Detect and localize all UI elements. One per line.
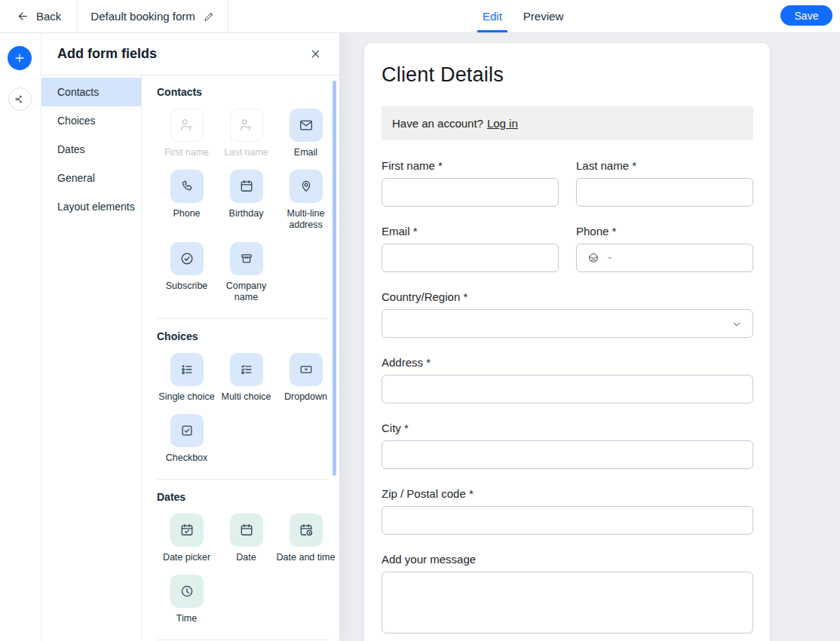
field-type-birthday[interactable]: Birthday xyxy=(216,170,276,231)
tile-subscribe xyxy=(170,242,204,275)
radio-list-icon xyxy=(179,361,195,378)
field-type-date-and-time[interactable]: Date and time xyxy=(276,514,336,563)
tile-label-company-name: Company name xyxy=(216,281,276,303)
tile-multi-line-address xyxy=(290,170,323,203)
field-type-phone[interactable]: Phone xyxy=(157,170,216,231)
person-text-icon xyxy=(238,117,255,133)
sidebar-item-choices[interactable]: Choices xyxy=(41,106,141,135)
sidebar-item-contacts[interactable]: Contacts xyxy=(41,78,141,106)
tile-multi-choice xyxy=(230,353,263,386)
person-text-icon xyxy=(179,117,195,133)
tile-label-birthday: Birthday xyxy=(229,208,264,219)
field-type-multi-line-address[interactable]: Multi-line address xyxy=(276,170,336,231)
field-type-single-choice[interactable]: Single choice xyxy=(157,353,216,403)
first-name-input[interactable] xyxy=(382,178,559,207)
sidebar-item-general[interactable]: General xyxy=(41,164,141,192)
field-type-subscribe[interactable]: Subscribe xyxy=(157,242,216,303)
tile-label-phone: Phone xyxy=(173,208,200,219)
banner-text: Have an account? xyxy=(392,117,483,130)
address-label: Address * xyxy=(382,357,753,368)
address-input[interactable] xyxy=(382,375,753,403)
tab-edit[interactable]: Edit xyxy=(476,0,509,32)
save-button[interactable]: Save xyxy=(780,5,832,26)
close-panel-button[interactable] xyxy=(306,44,325,63)
share-icon xyxy=(14,93,26,106)
tile-first-name xyxy=(170,109,204,142)
check-circle-icon xyxy=(179,250,195,267)
form-title: Client Details xyxy=(382,64,753,85)
first-name-label: First name * xyxy=(382,160,559,171)
last-name-label: Last name * xyxy=(576,160,753,171)
tile-date-and-time xyxy=(290,514,323,547)
top-bar: Back Default booking form EditPreview Sa… xyxy=(0,0,840,33)
field-city: City * xyxy=(382,422,753,469)
field-type-checkbox[interactable]: Checkbox xyxy=(157,414,216,464)
tile-label-date-picker: Date picker xyxy=(163,552,210,563)
tile-label-checkbox: Checkbox xyxy=(166,452,208,464)
section-title-choices: Choices xyxy=(157,330,329,342)
add-button[interactable] xyxy=(8,46,32,70)
check-list-icon xyxy=(238,361,255,378)
field-type-first-name: First name xyxy=(157,109,216,158)
section-title-dates: Dates xyxy=(157,491,329,503)
field-type-dropdown[interactable]: Dropdown xyxy=(276,353,336,403)
sidebar-item-layout-elements[interactable]: Layout elements xyxy=(41,192,141,221)
field-last-name: Last name * xyxy=(576,160,753,207)
checkbox-icon xyxy=(179,422,195,439)
phone-input[interactable] xyxy=(576,244,753,272)
tile-last-name xyxy=(230,109,263,142)
email-input[interactable] xyxy=(382,244,559,272)
back-button[interactable]: Back xyxy=(0,0,77,32)
tile-label-date: Date xyxy=(236,552,256,563)
field-type-date[interactable]: Date xyxy=(216,514,276,563)
map-pin-icon xyxy=(298,178,314,195)
tile-label-email: Email xyxy=(294,147,317,158)
field-type-date-picker[interactable]: Date picker xyxy=(157,514,216,563)
message-textarea[interactable] xyxy=(382,572,753,633)
tile-date-picker xyxy=(170,514,204,547)
briefcase-icon xyxy=(238,250,255,267)
form-card[interactable]: Client Details Have an account? Log in F… xyxy=(364,43,770,641)
city-input[interactable] xyxy=(382,440,753,469)
field-type-multi-choice[interactable]: Multi choice xyxy=(216,353,276,403)
section-divider xyxy=(157,479,329,480)
form-name-button[interactable]: Default booking form xyxy=(78,0,227,32)
login-banner: Have an account? Log in xyxy=(382,106,753,140)
message-label: Add your message xyxy=(382,554,753,565)
section-grid-contacts: First nameLast nameEmailPhoneBirthdayMul… xyxy=(157,109,329,303)
tile-single-choice xyxy=(170,353,204,386)
log-in-link[interactable]: Log in xyxy=(487,117,518,130)
tile-time xyxy=(170,575,204,608)
chevron-down-icon xyxy=(731,318,743,330)
zip-postal-code-input[interactable] xyxy=(382,506,753,535)
tile-label-multi-choice: Multi choice xyxy=(222,391,271,403)
field-address: Address * xyxy=(382,357,753,403)
tile-checkbox xyxy=(170,414,204,447)
plus-icon xyxy=(13,51,26,65)
country-region-select[interactable] xyxy=(382,309,753,338)
calendar-icon xyxy=(238,178,255,195)
field-phone: Phone * xyxy=(576,225,753,272)
tile-email xyxy=(290,109,323,142)
calendar-icon xyxy=(238,522,255,538)
tab-preview[interactable]: Preview xyxy=(517,0,570,32)
zip-postal-code-label: Zip / Postal code * xyxy=(382,488,753,499)
tile-label-single-choice: Single choice xyxy=(158,391,214,403)
phone-label: Phone * xyxy=(576,225,753,237)
field-type-email[interactable]: Email xyxy=(276,109,336,158)
field-type-list: ContactsFirst nameLast nameEmailPhoneBir… xyxy=(142,75,339,641)
section-divider xyxy=(157,639,329,640)
field-email: Email * xyxy=(382,225,559,272)
panel-scrollbar[interactable] xyxy=(333,81,336,476)
top-bar-left: Back Default booking form xyxy=(0,0,228,32)
tile-label-multi-line-address: Multi-line address xyxy=(276,208,336,231)
panel-category-nav: ContactsChoicesDatesGeneralLayout elemen… xyxy=(41,75,142,641)
field-type-time[interactable]: Time xyxy=(157,575,216,624)
sidebar-item-dates[interactable]: Dates xyxy=(41,135,141,164)
field-type-company-name[interactable]: Company name xyxy=(216,242,276,303)
chevron-small-icon xyxy=(605,253,615,262)
field-country-region: Country/Region * xyxy=(382,291,753,338)
last-name-input[interactable] xyxy=(576,178,753,207)
share-button[interactable] xyxy=(8,87,32,111)
tile-date xyxy=(230,514,263,547)
